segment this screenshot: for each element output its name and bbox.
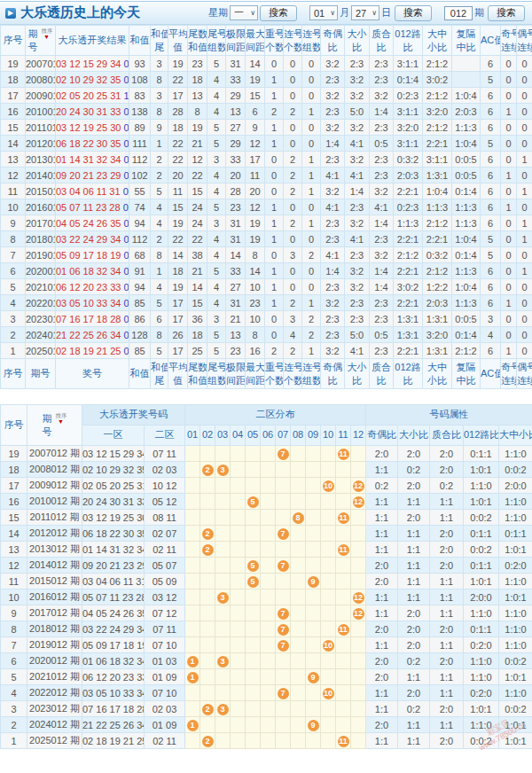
attr-col-header: 大中小比 xyxy=(499,426,532,446)
stat-cell: 3:2 xyxy=(370,183,394,199)
stat-cell: 1:1:3 xyxy=(452,199,481,215)
period-cell: 2020012 xyxy=(26,263,56,279)
column-header[interactable]: 期号排序▼ xyxy=(26,26,56,56)
stat-cell: 3:2 xyxy=(321,343,345,359)
column-header: 尾数和值 xyxy=(188,26,207,56)
dist-col-header: 02 xyxy=(200,426,215,446)
attr-cell: 0:2:0 xyxy=(464,685,499,701)
stat-cell: 18 xyxy=(168,120,188,136)
dist-cell xyxy=(185,685,200,701)
dist-cell xyxy=(231,526,246,542)
stat-cell: 2:3 xyxy=(370,120,394,136)
weekday-search-button[interactable]: 搜索 xyxy=(260,5,297,21)
dist-cell xyxy=(185,637,200,653)
zone1-numbers-cell: 21 22 25 26 34 xyxy=(82,717,145,733)
dist-cell xyxy=(215,446,231,462)
attr-cell: 1:0:1 xyxy=(499,669,532,685)
attr-cell: 2:0 xyxy=(398,605,430,621)
stat-cell: 4 xyxy=(207,168,226,183)
dist-cell: 12 xyxy=(351,478,366,494)
front-numbers: 06 18 22 30 35 xyxy=(56,138,121,149)
dist-cell: 2 xyxy=(200,733,215,749)
zone2-numbers-cell: 02 11 xyxy=(145,542,185,558)
dist-cell xyxy=(291,446,306,462)
stat-cell: 4 xyxy=(207,183,226,199)
zone2-header: 二区 xyxy=(145,426,185,446)
issue-search-button[interactable]: 搜索 xyxy=(488,5,525,21)
stat-cell: 22 xyxy=(188,231,207,247)
period-cell: 2019012 xyxy=(26,247,56,263)
attr-cell: 1:1 xyxy=(398,717,430,733)
dist-cell: 7 xyxy=(276,558,291,574)
attr-col-header: 奇偶比 xyxy=(366,426,398,446)
dist-cell xyxy=(351,653,366,669)
stat-cell: 1 xyxy=(265,136,284,152)
month-select[interactable]: 01∨ xyxy=(309,5,338,20)
stat-cell: 14 xyxy=(226,247,246,263)
dist-cell xyxy=(306,605,321,621)
stat-cell: 3:1:1 xyxy=(394,56,423,72)
stat-cell: 3:2 xyxy=(370,88,394,104)
period-column-header[interactable]: 期号排序▼ xyxy=(27,405,82,446)
chevron-down-icon: ∨ xyxy=(372,9,377,17)
dist-cell: 8 xyxy=(291,510,306,526)
sort-control[interactable]: 排序▼ xyxy=(41,27,53,40)
stat-cell: 24 xyxy=(188,199,207,215)
table-row: 142012012 期06 18 22 30 3502 07271:11:12:… xyxy=(1,526,532,542)
column-header: 奇号连续 xyxy=(501,26,517,56)
sort-control[interactable]: 排序▼ xyxy=(55,412,67,425)
stat-cell: 0:2:3 xyxy=(394,88,423,104)
seq-cell: 14 xyxy=(1,526,27,542)
dist-cell xyxy=(336,494,351,510)
dist-col-header: 01 xyxy=(185,426,200,446)
dist-cell xyxy=(276,462,291,478)
stat-cell: 25 xyxy=(188,343,207,359)
stat-cell: 0 xyxy=(265,152,284,168)
stat-cell: 0 xyxy=(501,136,517,152)
stat-cell: 6 xyxy=(481,120,501,136)
weekday-select[interactable]: 一∨ xyxy=(230,5,258,20)
seq-cell: 2 xyxy=(1,327,26,343)
issue-input[interactable] xyxy=(444,6,473,20)
dist-cell xyxy=(261,669,276,685)
column-header: 极限间距 xyxy=(226,26,246,56)
stat-cell: 1 xyxy=(501,295,517,311)
dist-cell: 2 xyxy=(200,462,215,478)
date-search-button[interactable]: 搜索 xyxy=(395,5,432,21)
stat-cell: 1:1:3 xyxy=(452,215,481,231)
period-cell: 2025012 xyxy=(26,343,56,359)
dist-cell xyxy=(261,653,276,669)
page-container: ▶ 大乐透历史上的今天 星期 一∨ 搜索 01∨ 月 27∨ 日 搜索 期 搜索 xyxy=(0,0,532,754)
stat-cell: 21 xyxy=(188,136,207,152)
stat-cell: 0:0:5 xyxy=(452,152,481,168)
back-number-ball: 9 xyxy=(308,672,319,683)
dist-cell: 7 xyxy=(276,621,291,637)
seq-cell: 16 xyxy=(1,494,27,510)
table-row: 14201201206 18 22 30 35 02 0711112221529… xyxy=(1,136,532,152)
stat-cell: 36 xyxy=(188,311,207,327)
day-select[interactable]: 27∨ xyxy=(351,5,379,20)
dist-header-group-row: 序号期号排序▼大乐透开奖号码二区分布号码属性 xyxy=(1,405,532,426)
stat-cell: 28 xyxy=(226,183,246,199)
stat-cell: 68 xyxy=(129,247,151,263)
stat-cell: 1 xyxy=(517,183,532,199)
stat-cell: 6 xyxy=(481,168,501,183)
seq-cell: 4 xyxy=(1,295,26,311)
stat-cell: 0 xyxy=(517,56,532,72)
dist-cell xyxy=(246,542,261,558)
dist-cell xyxy=(291,733,306,749)
history-stats-table: 序号期号排序▼大乐透开奖结果和值和值尾平均值尾数和值尾号组数极限间距最大间距重号… xyxy=(0,25,532,389)
stat-cell: 0 xyxy=(517,104,532,120)
stat-cell: 1 xyxy=(302,295,321,311)
stat-cell: 1:0:4 xyxy=(452,136,481,152)
stat-cell: 2:1:2 xyxy=(423,56,452,72)
stat-cell: 1 xyxy=(265,279,284,295)
result-cell: 05 07 11 23 28 03 12 xyxy=(56,199,129,215)
back-number-ball: 12 xyxy=(353,592,364,604)
attr-cell: 1:1:0 xyxy=(499,494,532,510)
dist-cell xyxy=(276,542,291,558)
stat-cell: 3:2 xyxy=(370,247,394,263)
attr-cell: 2:0 xyxy=(398,685,430,701)
front-numbers: 01 14 31 32 34 xyxy=(56,154,121,165)
table-row: 152011012 期03 12 19 25 3008 118111:12:01… xyxy=(1,510,532,526)
